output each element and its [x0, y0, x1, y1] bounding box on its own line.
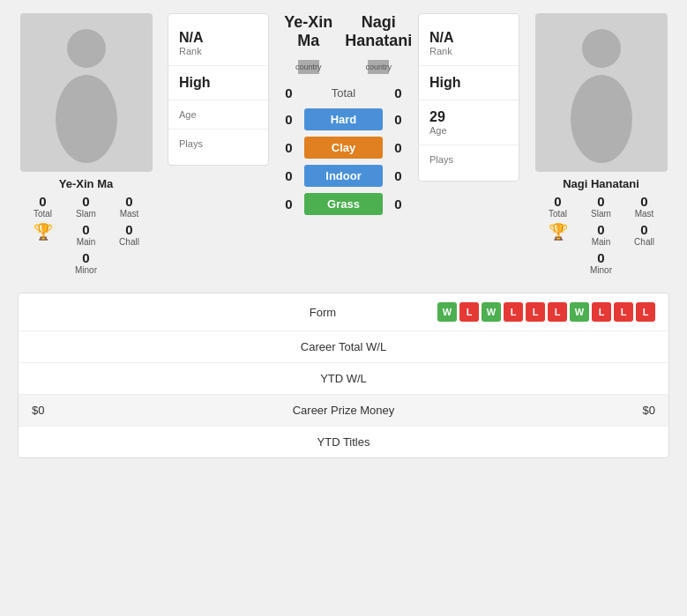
clay-row: 0 Clay 0 — [273, 137, 414, 159]
trophy2-icon: 🏆 — [549, 222, 568, 241]
player2-chall: 0 Chall — [624, 222, 664, 247]
p2-name-header: NagiHanatani — [344, 13, 414, 50]
career-prize-right: $0 — [585, 404, 655, 417]
p1-name-header: Ye-Xin Ma — [273, 13, 344, 50]
grass-score-left: 0 — [273, 197, 304, 212]
svg-point-0 — [67, 29, 106, 68]
player2-silhouette — [562, 22, 641, 163]
player2-total: 0 Total — [538, 194, 578, 219]
p2-flag: country — [368, 60, 389, 74]
player1-rank-label: Rank — [179, 46, 258, 56]
player2-high-row: High — [419, 66, 519, 100]
player2-age-label: Age — [429, 125, 508, 136]
form-badge-w: W — [437, 302, 457, 322]
player2-rank-value: N/A — [429, 30, 508, 46]
player2-name: Nagi Hanatani — [563, 177, 639, 190]
trophy1-icon: 🏆 — [34, 222, 53, 241]
player1-chall: 0 Chall — [109, 222, 149, 247]
grass-row: 0 Grass 0 — [273, 193, 414, 215]
player1-card: Ye-Xin Ma 0 Total 0 Slam 0 Mast 🏆 0 Main — [9, 13, 163, 275]
player1-slam: 0 Slam — [66, 194, 106, 219]
career-prize-left: $0 — [32, 404, 102, 417]
countries-row: countrycountry — [273, 60, 414, 74]
player2-rank-label: Rank — [429, 46, 508, 56]
grass-btn: Grass — [304, 193, 383, 215]
ytd-wl-row: YTD W/L — [19, 363, 668, 395]
player1-rank-value: N/A — [179, 30, 258, 46]
player1-age-row: Age — [168, 100, 268, 130]
bottom-section: Form WLWLLLWLLL Career Total W/L YTD W/L… — [18, 293, 669, 458]
career-total-row: Career Total W/L — [19, 331, 668, 363]
names-header: Ye-Xin MaNagiHanatani — [273, 13, 414, 50]
bottom-wrapper: Form WLWLLLWLLL Career Total W/L YTD W/L… — [9, 293, 678, 458]
player1-details: N/A Rank High Age Plays — [168, 13, 269, 166]
player1-high-value: High — [179, 75, 258, 91]
player1-silhouette — [47, 22, 126, 163]
form-badges: WLWLLLWLLL — [437, 302, 655, 322]
player1-high-row: High — [168, 66, 268, 100]
career-prize-label: Career Prize Money — [102, 404, 585, 417]
hard-score-right: 0 — [383, 112, 414, 127]
player1-photo — [20, 13, 153, 172]
p1-flag: country — [298, 60, 319, 74]
ytd-wl-label: YTD W/L — [32, 372, 655, 385]
hard-btn: Hard — [304, 108, 383, 130]
player2-slam: 0 Slam — [581, 194, 621, 219]
player2-plays-row: Plays — [419, 145, 519, 174]
svg-point-1 — [56, 75, 117, 163]
form-badge-l: L — [504, 302, 523, 322]
clay-score-left: 0 — [273, 140, 304, 155]
player1-rank-row: N/A Rank — [168, 21, 268, 66]
player2-rank-row: N/A Rank — [419, 21, 519, 66]
form-badge-l: L — [592, 302, 611, 322]
player2-card: Nagi Hanatani 0 Total 0 Slam 0 Mast 🏆 0 … — [524, 13, 678, 275]
player2-age-value: 29 — [429, 109, 508, 125]
player1-minor: 0 Minor — [66, 250, 106, 275]
svg-point-2 — [582, 29, 621, 68]
form-label: Form — [208, 306, 437, 319]
player2-high-value: High — [429, 75, 508, 91]
hard-row: 0 Hard 0 — [273, 108, 414, 130]
player1-trophy: 🏆 — [23, 222, 63, 247]
hard-score-left: 0 — [273, 112, 304, 127]
player2-age-row: 29 Age — [419, 100, 519, 145]
total-score-left: 0 — [273, 85, 304, 100]
player1-plays-label: Plays — [179, 138, 258, 149]
form-badge-l: L — [526, 302, 545, 322]
form-badge-l: L — [636, 302, 655, 322]
player2-minor: 0 Minor — [581, 250, 621, 275]
svg-point-3 — [571, 75, 632, 163]
middle-section: Ye-Xin MaNagiHanatani countrycountry 0 T… — [273, 13, 414, 215]
player2-plays-label: Plays — [429, 154, 508, 165]
player2-mast: 0 Mast — [624, 194, 664, 219]
form-badge-l: L — [459, 302, 479, 322]
player1-name: Ye-Xin Ma — [59, 177, 113, 190]
form-badge-l: L — [614, 302, 633, 322]
total-score-row: 0 Total 0 — [273, 85, 414, 100]
career-total-label: Career Total W/L — [32, 340, 655, 353]
form-badge-w: W — [570, 302, 589, 322]
form-row: Form WLWLLLWLLL — [19, 293, 668, 331]
player2-main: 0 Main — [581, 222, 621, 247]
clay-score-right: 0 — [383, 140, 414, 155]
top-section: Ye-Xin Ma 0 Total 0 Slam 0 Mast 🏆 0 Main — [0, 0, 687, 288]
form-badge-l: L — [548, 302, 567, 322]
player1-main: 0 Main — [66, 222, 106, 247]
total-label: Total — [304, 86, 383, 100]
player1-total: 0 Total — [23, 194, 63, 219]
career-prize-row: $0 Career Prize Money $0 — [19, 395, 668, 427]
ytd-titles-label: YTD Titles — [32, 435, 655, 449]
form-badge-w: W — [482, 302, 501, 322]
clay-btn: Clay — [304, 137, 383, 159]
player1-stats: 0 Total 0 Slam 0 Mast 🏆 0 Main 0 Chall — [9, 194, 163, 275]
player1-mast: 0 Mast — [109, 194, 149, 219]
ytd-titles-row: YTD Titles — [19, 427, 668, 457]
indoor-score-right: 0 — [383, 168, 414, 183]
player2-stats: 0 Total 0 Slam 0 Mast 🏆 0 Main 0 Chall — [524, 194, 678, 275]
indoor-row: 0 Indoor 0 — [273, 165, 414, 187]
player1-plays-row: Plays — [168, 130, 268, 158]
total-score-right: 0 — [383, 85, 414, 100]
indoor-btn: Indoor — [304, 165, 383, 187]
grass-score-right: 0 — [383, 197, 414, 212]
player2-photo — [535, 13, 668, 172]
